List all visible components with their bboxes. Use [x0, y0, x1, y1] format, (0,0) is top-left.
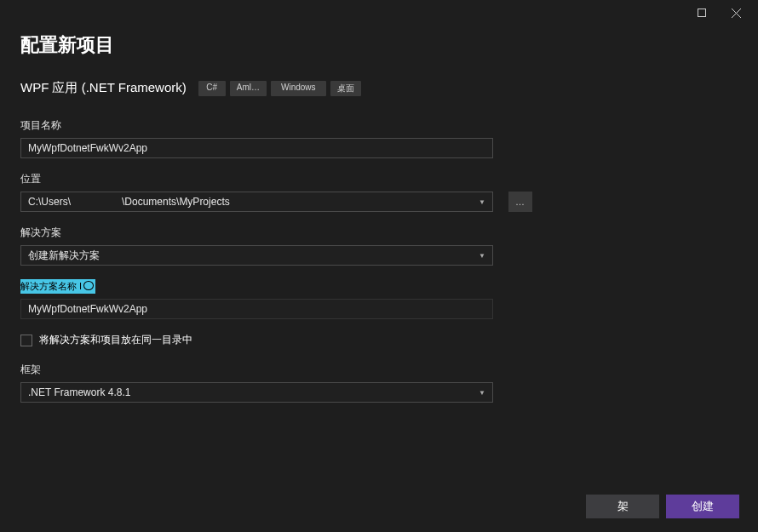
location-label: 位置: [20, 172, 738, 186]
back-button[interactable]: 架: [586, 495, 659, 518]
solution-label: 解决方案: [20, 226, 738, 240]
browse-button[interactable]: …: [508, 192, 532, 212]
framework-label: 框架: [20, 363, 738, 377]
solution-name-label: 解决方案名称 I: [20, 279, 95, 294]
chevron-down-icon: ▼: [479, 389, 485, 397]
framework-value: .NET Framework 4.8.1: [28, 386, 130, 398]
tag-aml: Aml…: [230, 81, 267, 96]
tag-csharp: C#: [198, 81, 226, 96]
tag-windows: Windows: [271, 81, 326, 96]
page-title: 配置新项目: [20, 32, 738, 58]
chevron-down-icon: ▼: [479, 252, 485, 260]
framework-combobox[interactable]: .NET Framework 4.8.1 ▼: [20, 382, 493, 403]
svg-rect-0: [698, 9, 706, 17]
solution-value: 创建新解决方案: [28, 249, 100, 263]
close-button[interactable]: [719, 1, 753, 25]
location-combobox[interactable]: C:\Users\\Documents\MyProjects ▼: [20, 192, 493, 212]
solution-combobox[interactable]: 创建新解决方案 ▼: [20, 245, 493, 266]
location-path-1: C:\Users\: [28, 196, 71, 208]
tag-desktop: 桌面: [330, 81, 361, 96]
maximize-button[interactable]: [685, 1, 719, 25]
info-icon: [83, 281, 94, 290]
location-path-2: \Documents\MyProjects: [122, 196, 230, 208]
solution-name-input[interactable]: [20, 299, 493, 319]
project-name-label: 项目名称: [20, 118, 738, 133]
template-name: WPF 应用 (.NET Framework): [20, 80, 187, 96]
project-name-input[interactable]: [20, 138, 493, 158]
chevron-down-icon: ▼: [479, 198, 485, 206]
same-directory-checkbox[interactable]: [20, 335, 32, 346]
create-button[interactable]: 创建: [666, 495, 739, 518]
same-directory-label: 将解决方案和项目放在同一目录中: [39, 333, 192, 347]
